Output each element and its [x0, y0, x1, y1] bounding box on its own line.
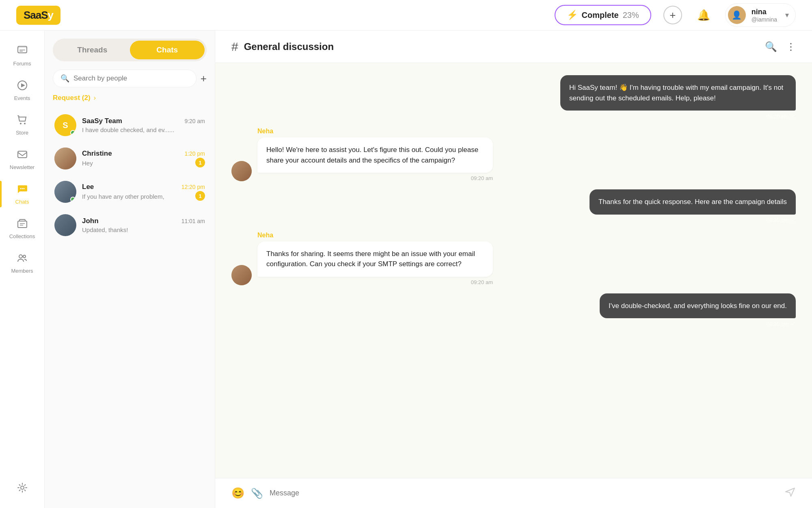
chat-time: 11:01 am — [181, 218, 205, 224]
message-meta: 09:20 am — [257, 175, 493, 181]
message-time: 09:20 am — [767, 321, 788, 327]
notifications-button[interactable]: 🔔 — [694, 6, 713, 24]
unread-badge: 1 — [195, 191, 205, 201]
sidebar-item-forums[interactable]: Forums — [0, 39, 44, 73]
message-input-bar: 😊 📎 — [215, 478, 812, 508]
message-input[interactable] — [270, 489, 778, 497]
user-info: nina @iamnina — [752, 8, 777, 23]
chat-item-christine[interactable]: Christine 1:20 pm Hey 1 — [45, 142, 215, 175]
message-row: I've double-checked, and everything look… — [231, 293, 796, 328]
avatar — [231, 161, 252, 181]
chat-info-christine: Christine 1:20 pm Hey 1 — [82, 150, 205, 167]
sidebar-label-chats: Chats — [15, 199, 29, 205]
chat-title: General discussion — [244, 41, 334, 52]
message-bubble: Thanks for sharing. It seems there might… — [257, 241, 493, 277]
svg-point-15 — [19, 255, 22, 258]
send-button[interactable] — [784, 486, 796, 500]
add-chat-button[interactable]: + — [201, 72, 207, 85]
chat-time: 12:20 pm — [181, 184, 205, 190]
chevron-down-icon: ▾ — [785, 11, 789, 20]
message-bubble: Hello! We're here to assist you. Let's f… — [257, 137, 493, 173]
chat-name: SaaSy Team — [82, 117, 122, 125]
avatar — [231, 265, 252, 285]
tab-threads[interactable]: Threads — [55, 41, 130, 59]
search-box: 🔍 — [53, 69, 197, 87]
chat-preview: Hey — [82, 160, 93, 167]
sidebar-item-store[interactable]: Store — [0, 108, 44, 142]
sidebar-label-store: Store — [16, 130, 28, 136]
sidebar-label-members: Members — [11, 268, 33, 274]
lightning-icon: ⚡ — [567, 10, 578, 20]
chat-name: John — [82, 217, 99, 225]
chat-item-lee[interactable]: Lee 12:20 pm If you have any other probl… — [45, 175, 215, 208]
user-name: nina — [752, 8, 777, 16]
sidebar-label-events: Events — [14, 95, 30, 101]
messages-area: Hi SaaSy team! 👋 I'm having trouble with… — [215, 63, 812, 478]
request-row[interactable]: Request (2) › — [53, 94, 207, 102]
collections-icon — [17, 218, 28, 231]
sidebar-item-events[interactable]: Events — [0, 73, 44, 108]
message-row: Neha Hello! We're here to assist you. Le… — [231, 128, 796, 181]
chat-item-john[interactable]: John 11:01 am Updated, thanks! — [45, 208, 215, 242]
online-indicator — [70, 197, 76, 202]
chat-info-saasy: SaaSy Team 9:20 am I have double checked… — [82, 117, 205, 133]
message-time: 09:20 am — [767, 113, 788, 119]
add-button[interactable]: + — [663, 6, 682, 24]
store-icon — [17, 114, 28, 127]
chat-name: Christine — [82, 150, 112, 158]
message-sender: Neha — [257, 232, 493, 239]
chat-list: S SaaSy Team 9:20 am I have double check… — [45, 109, 215, 500]
svg-point-7 — [24, 123, 26, 124]
unread-badge: 1 — [195, 158, 205, 167]
message-bubble-wrap: Thanks for the quick response. Here are … — [590, 189, 796, 224]
events-icon — [17, 80, 28, 93]
chat-preview: I have double checked, and ev...... — [82, 126, 205, 133]
search-input[interactable] — [73, 74, 189, 82]
message-meta: 09:20 am ✓ — [590, 217, 796, 224]
settings-button[interactable] — [17, 475, 28, 500]
forums-icon — [17, 45, 28, 58]
read-receipt-icon: ✓ — [791, 321, 796, 327]
svg-point-11 — [23, 188, 24, 189]
app-logo[interactable]: SaaSy — [16, 6, 60, 25]
chat-time: 1:20 pm — [184, 150, 205, 157]
chats-icon — [17, 183, 28, 196]
more-options-button[interactable]: ⋮ — [786, 41, 796, 52]
search-icon: 🔍 — [60, 74, 69, 83]
tab-chats[interactable]: Chats — [130, 41, 205, 59]
sidebar-item-members[interactable]: Members — [0, 246, 44, 280]
sidebar-item-newsletter[interactable]: Newsletter — [0, 142, 44, 177]
complete-label: Complete — [582, 11, 619, 20]
sidebar-item-chats[interactable]: Chats — [0, 177, 44, 211]
attachment-button[interactable]: 📎 — [251, 488, 263, 499]
message-row: Thanks for the quick response. Here are … — [231, 189, 796, 224]
request-arrow-icon: › — [94, 94, 96, 102]
sidebar-label-forums: Forums — [13, 61, 31, 67]
message-bubble-wrap: Hi SaaSy team! 👋 I'm having trouble with… — [560, 75, 796, 119]
svg-point-10 — [22, 188, 23, 189]
svg-point-9 — [20, 188, 21, 189]
chat-header-left: # General discussion — [231, 40, 334, 54]
complete-button[interactable]: ⚡ Complete 23% — [555, 5, 651, 25]
read-receipt-icon: ✓ — [791, 113, 796, 119]
sidebar-item-collections[interactable]: Collections — [0, 211, 44, 246]
chat-item-saasy[interactable]: S SaaSy Team 9:20 am I have double check… — [45, 109, 215, 142]
search-button[interactable]: 🔍 — [765, 41, 777, 52]
sidebar-label-newsletter: Newsletter — [10, 164, 35, 170]
chat-header-right: 🔍 ⋮ — [765, 41, 796, 52]
emoji-button[interactable]: 😊 — [231, 487, 244, 499]
members-icon — [17, 252, 28, 265]
svg-rect-1 — [18, 47, 27, 48]
message-bubble-wrap: Neha Thanks for sharing. It seems there … — [257, 232, 493, 285]
chat-info-lee: Lee 12:20 pm If you have any other probl… — [82, 183, 205, 201]
top-navigation: SaaSy ⚡ Complete 23% + 🔔 👤 nina @iamnina… — [0, 0, 812, 30]
svg-rect-12 — [18, 221, 27, 228]
user-menu[interactable]: 👤 nina @iamnina ▾ — [725, 3, 796, 27]
message-meta: 09:20 am — [257, 279, 493, 285]
message-bubble: Hi SaaSy team! 👋 I'm having trouble with… — [560, 75, 796, 111]
sidebar-bottom — [17, 475, 28, 500]
sidebar: Forums Events Store — [0, 30, 45, 508]
read-receipt-icon: ✓ — [791, 217, 796, 224]
chat-info-john: John 11:01 am Updated, thanks! — [82, 217, 205, 233]
online-indicator — [70, 130, 76, 135]
